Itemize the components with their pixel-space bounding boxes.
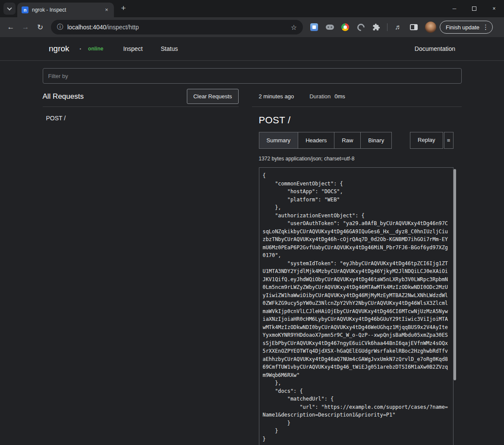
site-info-icon[interactable]: ⓘ	[57, 23, 63, 31]
extension-blue-button[interactable]	[306, 20, 322, 34]
replay-button[interactable]: Replay	[410, 132, 443, 149]
maximize-icon	[472, 6, 476, 11]
request-list-item[interactable]: POST /	[43, 110, 239, 127]
back-button[interactable]: ←	[3, 20, 18, 34]
gamepad-icon	[326, 25, 334, 30]
extension-blue-icon	[310, 23, 318, 31]
inspect-content: All Requests Clear Requests POST / 2 min…	[43, 61, 462, 445]
browser-tab[interactable]: n ngrok - Inspect ×	[17, 3, 114, 17]
body-meta: 1372 bytes application/json; charset=utf…	[259, 156, 454, 162]
nav-links: Inspect Status	[123, 45, 178, 52]
finish-update-label: Finish update	[446, 24, 479, 31]
filter-input[interactable]	[43, 68, 462, 84]
url-host: localhost:4040	[67, 24, 106, 31]
extensions-menu-button[interactable]	[369, 20, 384, 34]
browser-menu-icon[interactable]: ⋮	[482, 23, 489, 31]
replay-menu-icon: ≡	[447, 137, 450, 144]
new-tab-button[interactable]: +	[117, 3, 129, 15]
response-body-json: { "commonEventObject": { "hostApp": "DOC…	[263, 172, 450, 443]
extension-colorful-button[interactable]	[337, 20, 353, 34]
tab-strip: n ngrok - Inspect × + ─ ×	[0, 0, 504, 17]
page-viewport: ngrok • online Inspect Status Documentat…	[0, 37, 504, 445]
duration-label: Duration	[309, 93, 331, 100]
tab-summary[interactable]: Summary	[259, 132, 299, 149]
media-controls-button[interactable]: ♬	[391, 20, 406, 34]
nav-item-status[interactable]: Status	[161, 45, 178, 52]
side-panel-button[interactable]	[406, 20, 422, 34]
tab-search-button[interactable]	[3, 3, 16, 15]
request-detail-panel: 2 minutes ago Duration 0ms POST / Summar…	[252, 86, 462, 445]
arc-icon	[356, 22, 366, 32]
minimize-button[interactable]: ─	[444, 0, 464, 17]
requests-list: POST /	[43, 107, 239, 127]
replay-group: Replay ≡	[410, 132, 453, 149]
tab-raw[interactable]: Raw	[334, 132, 361, 149]
profile-avatar[interactable]	[425, 22, 436, 33]
request-detail-body: POST / Summary Headers Raw Binary Replay…	[252, 115, 462, 445]
extension-arc-button[interactable]	[353, 20, 369, 34]
window-controls: ─ ×	[444, 0, 504, 17]
chevron-down-icon	[7, 6, 12, 10]
request-title: POST /	[259, 115, 454, 126]
browser-toolbar: ← → ↻ ⓘ localhost:4040/inspect/http ☆ ♬ …	[0, 17, 504, 37]
extension-gamepad-button[interactable]	[322, 20, 337, 34]
colorful-ring-icon	[341, 23, 349, 31]
reload-button[interactable]: ↻	[33, 20, 47, 34]
replay-options-button[interactable]: ≡	[444, 132, 454, 149]
duration-value: 0ms	[334, 93, 345, 100]
clear-requests-button[interactable]: Clear Requests	[187, 89, 239, 104]
bookmark-star-icon[interactable]: ☆	[291, 23, 297, 31]
request-detail-header: 2 minutes ago Duration 0ms	[252, 86, 462, 107]
toolbar-divider	[387, 23, 387, 31]
tab-headers[interactable]: Headers	[298, 132, 334, 149]
finish-update-button[interactable]: Finish update ⋮	[440, 21, 493, 34]
site-header: ngrok • online Inspect Status Documentat…	[0, 37, 504, 61]
tab-title: ngrok - Inspect	[32, 7, 99, 13]
address-bar[interactable]: ⓘ localhost:4040/inspect/http ☆	[51, 20, 303, 34]
detail-scrollbar[interactable]	[454, 169, 456, 380]
tab-close-icon[interactable]: ×	[103, 6, 110, 14]
detail-tabs: Summary Headers Raw Binary Replay ≡	[259, 132, 454, 149]
maximize-button[interactable]	[464, 0, 484, 17]
requests-header: All Requests Clear Requests	[43, 86, 239, 107]
response-body-block: { "commonEventObject": { "hostApp": "DOC…	[259, 167, 454, 445]
media-note-icon: ♬	[395, 23, 402, 31]
tab-binary[interactable]: Binary	[360, 132, 392, 149]
requests-panel: All Requests Clear Requests POST /	[43, 86, 239, 445]
request-time-ago: 2 minutes ago	[259, 93, 294, 100]
puzzle-icon	[372, 23, 380, 31]
forward-button[interactable]: →	[18, 20, 33, 34]
tunnel-status: online	[88, 46, 103, 52]
nav-item-documentation[interactable]: Documentation	[415, 45, 455, 52]
nav-item-inspect[interactable]: Inspect	[123, 45, 142, 52]
side-panel-icon	[410, 24, 418, 30]
close-button[interactable]: ×	[484, 0, 504, 17]
browser-window: n ngrok - Inspect × + ─ × ← → ↻ ⓘ localh…	[0, 0, 504, 445]
status-bullet: •	[80, 47, 82, 51]
ngrok-logo[interactable]: ngrok	[49, 44, 69, 53]
request-duration: Duration 0ms	[309, 93, 345, 100]
requests-title: All Requests	[43, 92, 84, 101]
url-text: localhost:4040/inspect/http	[67, 24, 287, 31]
url-path: /inspect/http	[106, 24, 139, 31]
ngrok-favicon: n	[22, 6, 28, 13]
